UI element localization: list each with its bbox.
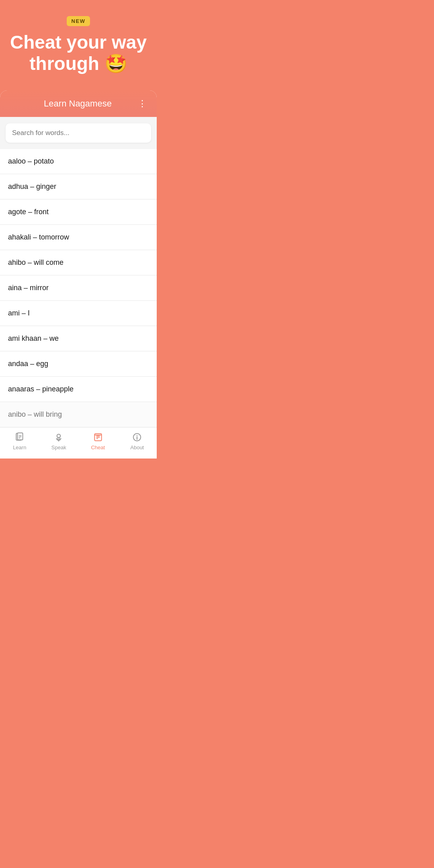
hero-section: NEW Cheat your way through 🤩 <box>0 0 157 82</box>
word-item[interactable]: adhua – ginger <box>0 174 157 199</box>
search-input[interactable] <box>6 123 151 143</box>
nav-label-about: About <box>130 444 144 450</box>
hero-title-line1: Cheat your way <box>10 32 147 53</box>
nav-label-speak: Speak <box>51 444 66 450</box>
word-item[interactable]: ahakali – tomorrow <box>0 225 157 250</box>
word-list: aaloo – potatoadhua – gingeragote – fron… <box>0 147 157 427</box>
nav-item-cheat[interactable]: Cheat <box>78 432 118 450</box>
svg-rect-1 <box>17 433 23 440</box>
word-item[interactable]: aina – mirror <box>0 276 157 301</box>
app-header: Learn Nagamese ⋮ <box>0 90 157 117</box>
svg-point-5 <box>57 434 61 438</box>
more-menu-button[interactable]: ⋮ <box>136 97 149 111</box>
word-item[interactable]: ahibo – will come <box>0 250 157 275</box>
app-card: Learn Nagamese ⋮ aaloo – potatoadhua – g… <box>0 90 157 459</box>
cheat-icon <box>92 432 104 443</box>
search-area <box>0 117 157 147</box>
svg-rect-6 <box>58 438 59 440</box>
learn-icon <box>14 432 25 443</box>
word-item[interactable]: andaa – egg <box>0 352 157 377</box>
bottom-nav: Learn Speak <box>0 427 157 459</box>
word-item[interactable]: anaaras – pineapple <box>0 377 157 402</box>
nav-item-speak[interactable]: Speak <box>39 432 79 450</box>
word-item[interactable]: ami khaan – we <box>0 326 157 351</box>
speak-icon <box>53 432 64 443</box>
word-item[interactable]: agote – front <box>0 200 157 225</box>
app-header-title: Learn Nagamese <box>19 98 136 109</box>
nav-label-learn: Learn <box>13 444 26 450</box>
new-badge: NEW <box>67 16 90 26</box>
nav-item-learn[interactable]: Learn <box>0 432 39 450</box>
hero-title: Cheat your way through 🤩 <box>10 32 147 74</box>
word-item[interactable]: ami – I <box>0 301 157 326</box>
nav-item-about[interactable]: About <box>118 432 157 450</box>
nav-label-cheat: Cheat <box>91 444 105 450</box>
about-icon <box>131 432 143 443</box>
svg-point-15 <box>137 435 137 436</box>
word-item[interactable]: anibo – will bring <box>0 402 157 427</box>
word-item[interactable]: aaloo – potato <box>0 149 157 174</box>
hero-title-line2: through <box>29 53 99 74</box>
hero-emoji: 🤩 <box>104 53 127 74</box>
